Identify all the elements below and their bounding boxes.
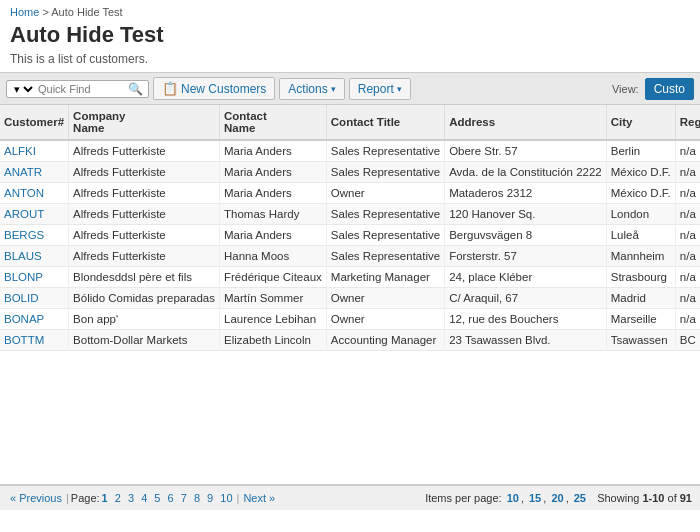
page-link-6[interactable]: 6: [166, 491, 176, 505]
actions-button[interactable]: Actions ▾: [279, 78, 344, 100]
page-link-3[interactable]: 3: [126, 491, 136, 505]
actions-label: Actions: [288, 82, 327, 96]
customer-id[interactable]: ALFKI: [0, 140, 69, 162]
page-link-10[interactable]: 10: [218, 491, 234, 505]
contact-name: Maria Anders: [220, 140, 327, 162]
customers-table: Customer# CompanyName ContactName Contac…: [0, 105, 700, 351]
new-customers-icon: 📋: [162, 81, 178, 96]
search-input[interactable]: [36, 82, 126, 96]
contact-title: Sales Representative: [326, 204, 444, 225]
contact-name: Frédérique Citeaux: [220, 267, 327, 288]
page-link-5[interactable]: 5: [152, 491, 162, 505]
address: 23 Tsawassen Blvd.: [445, 330, 607, 351]
footer-sep1: |: [66, 492, 69, 504]
customer-id[interactable]: ANATR: [0, 162, 69, 183]
contact-title: Accounting Manager: [326, 330, 444, 351]
prev-page-button[interactable]: « Previous: [8, 491, 64, 505]
actions-dropdown-icon: ▾: [331, 84, 336, 94]
city: Marseille: [606, 309, 675, 330]
customer-id[interactable]: AROUT: [0, 204, 69, 225]
company-name: Bottom-Dollar Markets: [69, 330, 220, 351]
customer-id[interactable]: BLONP: [0, 267, 69, 288]
company-name: Alfreds Futterkiste: [69, 140, 220, 162]
contact-name: Laurence Lebihan: [220, 309, 327, 330]
address: Forsterstr. 57: [445, 246, 607, 267]
address: Berguvsvägen 8: [445, 225, 607, 246]
customer-id[interactable]: BOLID: [0, 288, 69, 309]
company-name: Alfreds Futterkiste: [69, 162, 220, 183]
page-link-8[interactable]: 8: [192, 491, 202, 505]
search-scope-select[interactable]: ▾: [10, 82, 36, 96]
col-company-name: CompanyName: [69, 105, 220, 140]
table-row: BERGS Alfreds Futterkiste Maria Anders S…: [0, 225, 700, 246]
breadcrumb: Home > Auto Hide Test: [0, 0, 700, 20]
page-label: Page:: [71, 492, 100, 504]
report-label: Report: [358, 82, 394, 96]
region: n/a: [675, 246, 700, 267]
contact-name: Thomas Hardy: [220, 204, 327, 225]
page-link-4[interactable]: 4: [139, 491, 149, 505]
page-subtitle: This is a list of customers.: [0, 50, 700, 72]
page-link-2[interactable]: 2: [113, 491, 123, 505]
page-link-7[interactable]: 7: [179, 491, 189, 505]
company-name: Alfreds Futterkiste: [69, 183, 220, 204]
per-page-25[interactable]: 25: [572, 491, 588, 505]
address: 120 Hanover Sq.: [445, 204, 607, 225]
region: BC: [675, 330, 700, 351]
view-button[interactable]: Custo: [645, 78, 694, 100]
search-box[interactable]: ▾ 🔍: [6, 80, 149, 98]
col-contact-name: ContactName: [220, 105, 327, 140]
address: 12, rue des Bouchers: [445, 309, 607, 330]
per-page-15[interactable]: 15: [527, 491, 543, 505]
customer-id[interactable]: ANTON: [0, 183, 69, 204]
city: Berlin: [606, 140, 675, 162]
address: Avda. de la Constitución 2222: [445, 162, 607, 183]
region: n/a: [675, 162, 700, 183]
customer-id[interactable]: BERGS: [0, 225, 69, 246]
table-row: ALFKI Alfreds Futterkiste Maria Anders S…: [0, 140, 700, 162]
per-page-20[interactable]: 20: [549, 491, 565, 505]
city: México D.F.: [606, 183, 675, 204]
breadcrumb-current: Auto Hide Test: [51, 6, 122, 18]
contact-title: Sales Representative: [326, 140, 444, 162]
new-customers-label: New Customers: [181, 82, 266, 96]
customer-id[interactable]: BOTTM: [0, 330, 69, 351]
region: n/a: [675, 288, 700, 309]
company-name: Bólido Comidas preparadas: [69, 288, 220, 309]
region: n/a: [675, 309, 700, 330]
city: Mannheim: [606, 246, 675, 267]
contact-name: Maria Anders: [220, 162, 327, 183]
page-link-1[interactable]: 1: [100, 491, 110, 505]
region: n/a: [675, 204, 700, 225]
breadcrumb-home[interactable]: Home: [10, 6, 39, 18]
toolbar: ▾ 🔍 📋 New Customers Actions ▾ Report ▾ V…: [0, 72, 700, 105]
per-page-10[interactable]: 10: [505, 491, 521, 505]
contact-name: Martín Sommer: [220, 288, 327, 309]
col-region: Region: [675, 105, 700, 140]
customer-id[interactable]: BONAP: [0, 309, 69, 330]
city: Strasbourg: [606, 267, 675, 288]
contact-title: Owner: [326, 309, 444, 330]
view-label: View:: [612, 83, 639, 95]
new-customers-button[interactable]: 📋 New Customers: [153, 77, 275, 100]
page-link-9[interactable]: 9: [205, 491, 215, 505]
contact-title: Sales Representative: [326, 225, 444, 246]
col-address: Address: [445, 105, 607, 140]
region: n/a: [675, 225, 700, 246]
col-contact-title: Contact Title: [326, 105, 444, 140]
next-page-button[interactable]: Next »: [241, 491, 277, 505]
data-grid: Customer# CompanyName ContactName Contac…: [0, 105, 700, 485]
footer-sep2: |: [237, 492, 240, 504]
company-name: Alfreds Futterkiste: [69, 225, 220, 246]
table-row: AROUT Alfreds Futterkiste Thomas Hardy S…: [0, 204, 700, 225]
customer-id[interactable]: BLAUS: [0, 246, 69, 267]
search-button[interactable]: 🔍: [126, 82, 145, 96]
region: n/a: [675, 140, 700, 162]
contact-name: Maria Anders: [220, 225, 327, 246]
table-row: ANATR Alfreds Futterkiste Maria Anders S…: [0, 162, 700, 183]
table-row: BOTTM Bottom-Dollar Markets Elizabeth Li…: [0, 330, 700, 351]
footer-info: Items per page: 10, 15, 20, 25 Showing 1…: [425, 492, 692, 504]
table-header-row: Customer# CompanyName ContactName Contac…: [0, 105, 700, 140]
report-button[interactable]: Report ▾: [349, 78, 411, 100]
company-name: Bon app': [69, 309, 220, 330]
